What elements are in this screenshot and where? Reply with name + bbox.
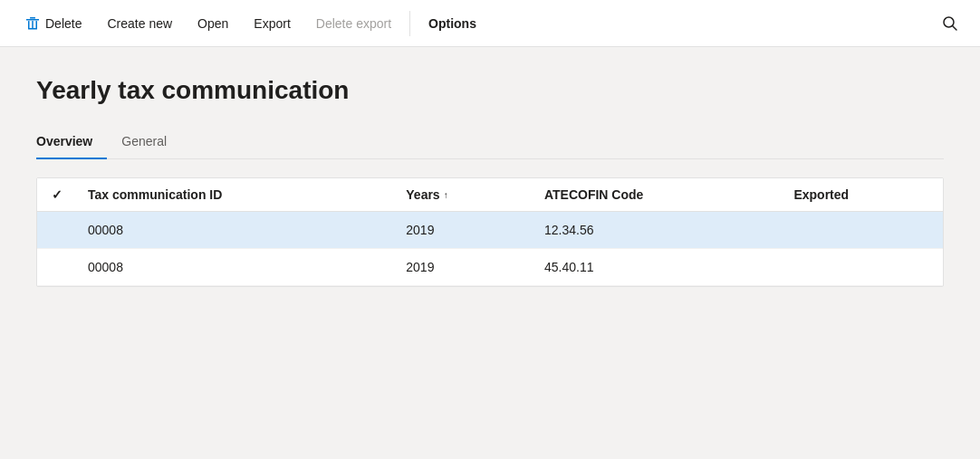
open-label: Open [197, 16, 228, 31]
delete-export-label: Delete export [316, 16, 391, 31]
open-button[interactable]: Open [187, 9, 239, 38]
delete-icon [25, 16, 40, 31]
table-row[interactable]: 00008 2019 12.34.56 [37, 212, 943, 249]
table-header-row: ✓ Tax communication ID Years ↑ ATECOFIN … [37, 178, 943, 212]
row1-atecofin: 12.34.56 [530, 212, 779, 249]
col-tax-id[interactable]: Tax communication ID [73, 178, 391, 212]
svg-line-7 [953, 25, 957, 30]
row2-tax-id: 00008 [73, 249, 391, 286]
row1-check [37, 212, 73, 249]
row1-tax-id: 00008 [73, 212, 391, 249]
row2-atecofin: 45.40.11 [530, 249, 779, 286]
svg-rect-3 [36, 21, 38, 29]
options-button[interactable]: Options [418, 9, 487, 38]
toolbar-separator [409, 11, 410, 36]
delete-label: Delete [45, 16, 82, 31]
table-container: ✓ Tax communication ID Years ↑ ATECOFIN … [36, 177, 944, 287]
svg-rect-1 [30, 17, 35, 19]
col-check: ✓ [37, 178, 73, 212]
tabs: Overview General [36, 127, 944, 159]
tab-general[interactable]: General [121, 127, 181, 159]
page-title: Yearly tax communication [36, 76, 944, 105]
col-exported[interactable]: Exported [779, 178, 943, 212]
row2-years: 2019 [391, 249, 530, 286]
export-label: Export [254, 16, 290, 31]
create-new-label: Create new [107, 16, 172, 31]
row2-check [37, 249, 73, 286]
search-button[interactable] [935, 8, 966, 39]
row1-years: 2019 [391, 212, 530, 249]
search-icon [942, 15, 958, 32]
check-icon: ✓ [52, 187, 62, 202]
create-new-button[interactable]: Create new [96, 9, 183, 38]
svg-rect-2 [28, 21, 30, 29]
col-years[interactable]: Years ↑ [391, 178, 530, 212]
export-button[interactable]: Export [243, 9, 301, 38]
row2-exported [779, 249, 943, 286]
svg-rect-0 [26, 19, 39, 21]
options-label: Options [428, 16, 476, 31]
delete-button[interactable]: Delete [14, 9, 92, 38]
svg-rect-5 [28, 28, 37, 30]
sort-arrow-icon: ↑ [444, 190, 448, 200]
svg-rect-4 [32, 21, 34, 29]
data-table: ✓ Tax communication ID Years ↑ ATECOFIN … [37, 178, 943, 286]
tab-overview[interactable]: Overview [36, 127, 107, 159]
delete-export-button: Delete export [305, 9, 402, 38]
table-row[interactable]: 00008 2019 45.40.11 [37, 249, 943, 286]
toolbar: Delete Create new Open Export Delete exp… [0, 0, 980, 47]
col-atecofin[interactable]: ATECOFIN Code [530, 178, 779, 212]
main-content: Yearly tax communication Overview Genera… [0, 47, 980, 309]
row1-exported [779, 212, 943, 249]
